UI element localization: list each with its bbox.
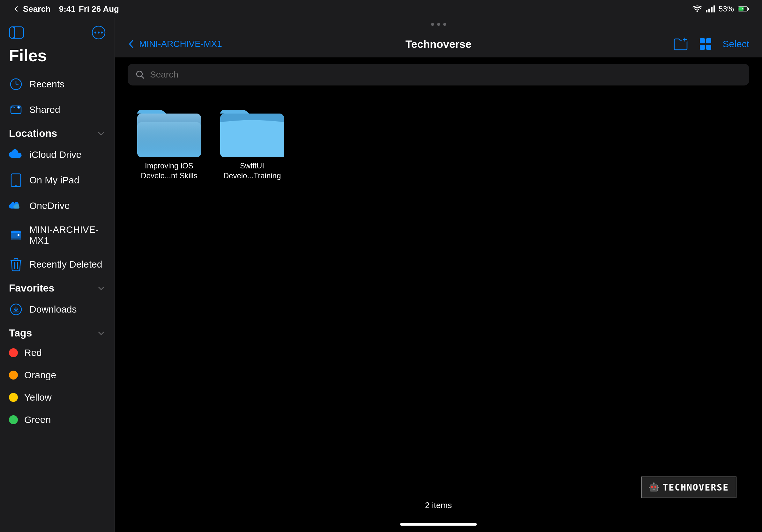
tags-label: Tags [9, 327, 32, 339]
shared-icon [9, 103, 23, 117]
orange-tag-dot [9, 370, 18, 379]
status-bar-right: 53% [692, 4, 749, 13]
status-time: 9:41 [59, 4, 76, 14]
grid-view-button[interactable] [699, 37, 713, 51]
drive-icon [9, 228, 23, 242]
svg-rect-32 [706, 38, 711, 43]
sidebar-item-tag-yellow[interactable]: Yellow [0, 386, 114, 409]
watermark: TECHNOVERSE [641, 477, 736, 498]
on-my-ipad-label: On My iPad [29, 175, 79, 186]
ellipsis-circle-icon [92, 26, 106, 39]
battery-icon [738, 6, 749, 12]
status-search: Search [23, 4, 51, 14]
sidebar-item-recently-deleted[interactable]: Recently Deleted [0, 252, 114, 277]
svg-point-0 [696, 11, 698, 12]
sidebar-top-bar [0, 18, 114, 43]
sidebar-item-icloud-drive[interactable]: iCloud Drive [0, 142, 114, 167]
items-count: 2 items [425, 500, 452, 510]
sidebar-item-tag-orange[interactable]: Orange [0, 364, 114, 386]
svg-point-46 [653, 483, 654, 484]
locations-label: Locations [9, 128, 57, 139]
green-tag-dot [9, 415, 18, 424]
onedrive-label: OneDrive [29, 200, 70, 211]
onedrive-icon [9, 199, 23, 213]
sidebar-toggle-icon [9, 26, 24, 39]
recently-deleted-label: Recently Deleted [29, 259, 102, 270]
sidebar-item-recents[interactable]: Recents [0, 71, 114, 97]
svg-rect-4 [714, 5, 715, 13]
search-bar[interactable] [128, 64, 749, 86]
svg-point-12 [95, 32, 96, 33]
sidebar-item-shared[interactable]: Shared [0, 97, 114, 122]
back-nav[interactable]: MINI-ARCHIVE-MX1 [128, 39, 222, 49]
tags-chevron-icon [97, 329, 106, 338]
sidebar-item-onedrive[interactable]: OneDrive [0, 193, 114, 219]
svg-rect-31 [700, 38, 705, 43]
icloud-drive-label: iCloud Drive [29, 149, 81, 160]
back-label: MINI-ARCHIVE-MX1 [139, 39, 222, 49]
locations-header: Locations [0, 122, 114, 142]
svg-rect-39 [137, 113, 201, 157]
svg-rect-33 [700, 45, 705, 50]
locations-chevron-button[interactable] [97, 129, 106, 138]
svg-point-19 [15, 185, 17, 186]
svg-rect-1 [706, 10, 708, 13]
recents-icon [9, 77, 23, 91]
mini-archive-label: MINI-ARCHIVE-MX1 [29, 224, 106, 246]
battery-text: 53% [719, 4, 734, 13]
icloud-icon [9, 148, 23, 162]
folder-icon-1 [137, 104, 201, 156]
sidebar-item-on-my-ipad[interactable]: On My iPad [0, 167, 114, 193]
back-chevron-icon [128, 39, 135, 49]
favorites-header: Favorites [0, 277, 114, 297]
red-tag-dot [9, 348, 18, 357]
top-nav: MINI-ARCHIVE-MX1 Technoverse [115, 31, 762, 57]
tags-chevron-button[interactable] [97, 329, 106, 338]
search-bar-container [115, 57, 762, 92]
search-input[interactable] [150, 70, 741, 80]
more-options-button[interactable] [92, 26, 106, 39]
ipad-icon [9, 173, 23, 187]
svg-rect-20 [11, 233, 21, 237]
dot1 [431, 23, 434, 26]
nav-title: Technoverse [405, 38, 471, 50]
svg-point-21 [18, 234, 20, 236]
files-grid: Improving iOSDevelo...nt Skills [115, 92, 762, 495]
back-arrow-icon [13, 5, 20, 13]
svg-rect-44 [652, 489, 655, 490]
home-indicator-area [115, 520, 762, 532]
file-item-2[interactable]: SwiftUIDevelo...Training [217, 104, 287, 180]
wifi-icon [692, 5, 702, 13]
sidebar-item-tag-green[interactable]: Green [0, 409, 114, 431]
search-icon [135, 70, 145, 79]
file-item-1[interactable]: Improving iOSDevelo...nt Skills [134, 104, 204, 180]
dots-menu [431, 23, 446, 26]
yellow-tag-label: Yellow [24, 392, 52, 403]
favorites-chevron-button[interactable] [97, 284, 106, 293]
sidebar-title: Files [0, 43, 114, 71]
svg-rect-9 [10, 27, 15, 38]
sidebar-item-downloads[interactable]: Downloads [0, 297, 114, 322]
shared-label: Shared [29, 104, 60, 115]
file-name-2: SwiftUIDevelo...Training [223, 161, 281, 180]
svg-rect-43 [654, 486, 656, 488]
red-tag-label: Red [24, 347, 42, 358]
top-dots-bar [115, 18, 762, 31]
watermark-text: TECHNOVERSE [663, 482, 729, 493]
sidebar-item-mini-archive[interactable]: MINI-ARCHIVE-MX1 [0, 219, 114, 252]
dot2 [437, 23, 440, 26]
svg-rect-2 [708, 9, 710, 13]
sidebar-item-tag-red[interactable]: Red [0, 342, 114, 364]
new-folder-button[interactable] [673, 37, 688, 51]
svg-rect-34 [706, 45, 711, 50]
app-container: Files Recents Shared [0, 18, 762, 532]
status-bar: Search 9:41 Fri 26 Aug 53% [0, 0, 762, 18]
select-button[interactable]: Select [723, 38, 749, 49]
tags-header: Tags [0, 322, 114, 342]
svg-rect-8 [10, 27, 24, 38]
download-icon [9, 302, 23, 316]
svg-rect-42 [651, 486, 653, 488]
file-name-1: Improving iOSDevelo...nt Skills [141, 161, 197, 180]
svg-point-13 [98, 32, 100, 33]
sidebar-toggle-button[interactable] [9, 26, 24, 39]
